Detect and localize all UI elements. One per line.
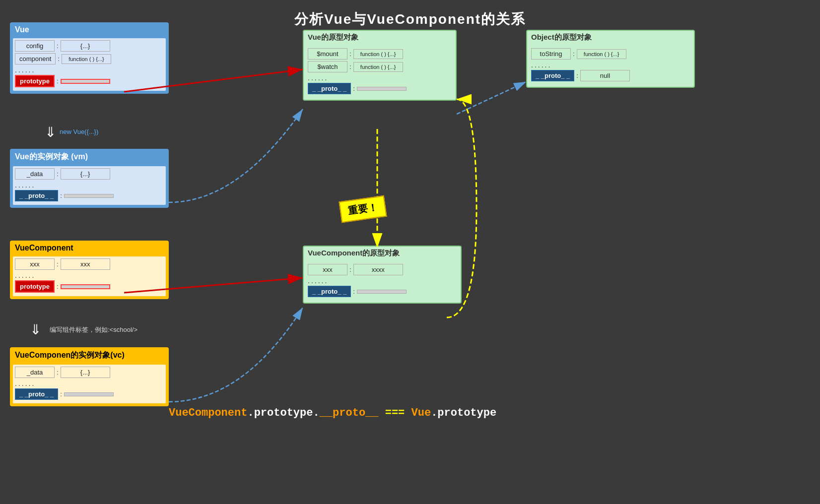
- vuecomponent-box: VueComponent xxx : xxx ...... prototype …: [10, 241, 169, 299]
- vcp-xxx-val: xxxx: [353, 264, 403, 275]
- op-proto-val: null: [580, 70, 630, 81]
- important-badge: 重要！: [339, 195, 387, 223]
- vp-proto-row: _ _proto_ _ :: [308, 83, 452, 94]
- vc-proto-box: VueComponent的原型对象 xxx : xxxx ...... _ _p…: [303, 246, 462, 304]
- formula: VueComponent.prototype.__proto__ === Vue…: [169, 407, 496, 419]
- vue-component-val: function ( ) {...}: [62, 54, 111, 64]
- formula-part2: .prototype.: [247, 407, 319, 419]
- write-component-label: 编写组件标签，例如:<school/>: [50, 325, 137, 334]
- watch-row: $watch : function ( ) {...}: [308, 61, 452, 72]
- vuecomponent-title: VueComponent: [11, 242, 168, 254]
- vc-xxx-row: xxx : xxx: [15, 258, 164, 270]
- vcp-proto-val: [357, 290, 407, 294]
- vue-prototype-key: prototype: [15, 75, 55, 87]
- vue-proto-title: Vue的原型对象: [304, 31, 456, 44]
- vue-box: Vue config : {...} component : function …: [10, 22, 169, 94]
- vc-proto-inner: xxx : xxxx ...... _ _proto_ _ :: [306, 262, 459, 301]
- mount-key: $mount: [308, 48, 347, 60]
- vp-proto-key: _ _proto_ _: [308, 83, 351, 94]
- vci-proto-val: [64, 392, 114, 396]
- object-proto-title: Object的原型对象: [527, 31, 694, 44]
- vci-proto-row: _ _proto_ _ :: [15, 388, 164, 400]
- mount-val: function ( ) {...}: [353, 49, 403, 59]
- vp-dots: ......: [308, 74, 452, 82]
- vue-box-title: Vue: [11, 23, 168, 36]
- op-proto-row: _ _proto_ _ : null: [531, 70, 690, 81]
- new-vue-arrow: ⇓: [45, 124, 56, 140]
- new-vue-label: new Vue({...}): [60, 128, 98, 135]
- op-proto-key: _ _proto_ _: [531, 70, 574, 81]
- op-dots: ......: [531, 61, 690, 69]
- vm-data-val: {...}: [61, 168, 110, 180]
- vci-data-key: _data: [15, 367, 55, 378]
- vm-data-key: _data: [15, 168, 55, 180]
- vcp-dots: ......: [308, 277, 457, 285]
- vcp-xxx-key: xxx: [308, 264, 347, 275]
- vue-proto-box: Vue的原型对象 $mount : function ( ) {...} $wa…: [303, 30, 457, 101]
- vc-proto-row: prototype :: [15, 280, 164, 293]
- vc-instance-inner: _data : {...} ...... _ _proto_ _ :: [13, 365, 166, 403]
- vue-instance-inner: _data : {...} ...... _ _proto_ _ :: [13, 166, 166, 205]
- formula-part3: __proto__: [320, 407, 379, 419]
- vci-dots: ......: [15, 379, 164, 387]
- vue-config-val: {...}: [61, 40, 110, 52]
- vm-proto-key: _ _proto_ _: [15, 190, 58, 201]
- vci-proto-key: _ _proto_ _: [15, 388, 58, 400]
- vue-config-row: config : {...}: [15, 40, 164, 52]
- vcp-xxx-row: xxx : xxxx: [308, 264, 457, 275]
- tostring-row: toString : function ( ) {...}: [531, 48, 690, 60]
- formula-part6: .prototype: [431, 407, 496, 419]
- vue-component-key: component: [15, 53, 56, 64]
- vc-dots: ......: [15, 271, 164, 279]
- vue-component-row: component : function ( ) {...}: [15, 53, 164, 64]
- vci-data-row: _data : {...}: [15, 367, 164, 378]
- vc-xxx-key: xxx: [15, 258, 55, 270]
- vp-proto-val: [357, 87, 407, 91]
- vc-proto-key: prototype: [15, 280, 55, 293]
- vc-instance-title: VueComponen的实例对象(vc): [11, 348, 168, 363]
- vc-proto-val: [61, 284, 110, 289]
- vue-box-inner: config : {...} component : function ( ) …: [13, 38, 166, 91]
- vue-prototype-row: prototype :: [15, 75, 164, 87]
- vue-proto-inner: $mount : function ( ) {...} $watch : fun…: [306, 46, 454, 98]
- vue-config-key: config: [15, 40, 55, 52]
- vcp-proto-row: _ _proto_ _ :: [308, 286, 457, 297]
- formula-part1: VueComponent: [169, 407, 247, 419]
- object-proto-box: Object的原型对象 toString : function ( ) {...…: [526, 30, 695, 88]
- vue-instance-box: Vue的实例对象 (vm) _data : {...} ...... _ _pr…: [10, 149, 169, 208]
- vue-instance-title: Vue的实例对象 (vm): [11, 150, 168, 164]
- vc-proto-title: VueComponent的原型对象: [304, 247, 461, 260]
- vm-proto-val: [64, 194, 114, 198]
- vm-data-row: _data : {...}: [15, 168, 164, 180]
- formula-part4: ===: [379, 407, 411, 419]
- vm-proto-row: _ _proto_ _ :: [15, 190, 164, 201]
- vc-instance-box: VueComponen的实例对象(vc) _data : {...} .....…: [10, 347, 169, 406]
- tostring-key: toString: [531, 48, 571, 60]
- write-component-arrow: ⇓: [30, 321, 41, 338]
- object-proto-inner: toString : function ( ) {...} ...... _ _…: [529, 46, 692, 85]
- watch-val: function ( ) {...}: [353, 62, 403, 72]
- mount-row: $mount : function ( ) {...}: [308, 48, 452, 60]
- vci-data-val: {...}: [61, 367, 110, 378]
- vue-dots: ......: [15, 66, 164, 74]
- vm-dots: ......: [15, 181, 164, 189]
- vuecomponent-inner: xxx : xxx ...... prototype :: [13, 256, 166, 296]
- vcp-proto-key: _ _proto_ _: [308, 286, 351, 297]
- formula-part5: Vue: [411, 407, 431, 419]
- tostring-val: function ( ) {...}: [577, 49, 626, 59]
- vc-xxx-val: xxx: [61, 258, 110, 270]
- vue-prototype-val: [61, 79, 110, 84]
- watch-key: $watch: [308, 61, 347, 72]
